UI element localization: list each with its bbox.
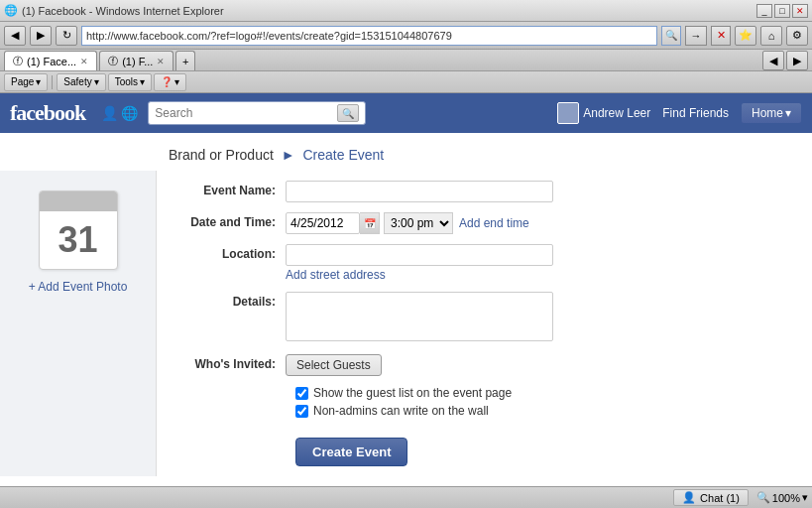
date-input[interactable] <box>286 212 360 234</box>
breadcrumb-arrow: ► <box>282 147 295 163</box>
go-button[interactable]: → <box>685 26 707 46</box>
fb-icon-group: 👤 🌐 <box>101 105 138 121</box>
non-admins-row: Non-admins can write on the wall <box>295 404 792 418</box>
toolbar-safety-menu[interactable]: Safety ▾ <box>57 73 105 91</box>
user-name[interactable]: Andrew Leer <box>583 106 650 120</box>
url-bar[interactable]: http://www.facebook.com/?ref=logo#!/even… <box>81 26 657 46</box>
details-row: Details: <box>176 292 792 344</box>
title-bar: 🌐 (1) Facebook - Windows Internet Explor… <box>0 0 812 22</box>
date-time-control: 📅 3:00 pm 3:30 pm 4:00 pm Add end time <box>286 212 792 234</box>
facebook-header: facebook 👤 🌐 🔍 Andrew Leer Find Friends … <box>0 93 812 133</box>
chat-button[interactable]: 👤 Chat (1) <box>673 489 749 506</box>
restore-button[interactable]: □ <box>774 4 790 18</box>
location-input[interactable] <box>286 244 553 266</box>
zoom-area: 🔍 100% ▾ <box>756 491 808 504</box>
tab-nav-left[interactable]: ◀ <box>762 51 784 70</box>
settings-button[interactable]: ⚙ <box>786 26 808 46</box>
search-bar[interactable]: 🔍 <box>148 101 366 125</box>
details-control <box>286 292 792 344</box>
page-content: Brand or Product ► Create Event 31 + Add… <box>0 133 812 508</box>
non-admins-checkbox[interactable] <box>295 405 308 418</box>
favorites-button[interactable]: ⭐ <box>735 26 756 46</box>
tab-1-label: (1) Face... <box>27 56 76 67</box>
zoom-icon: 🔍 <box>756 491 770 504</box>
location-control: Add street address <box>286 244 792 282</box>
stop-button[interactable]: ✕ <box>711 26 731 46</box>
minimize-button[interactable]: _ <box>756 4 772 18</box>
chat-icon: 👤 <box>682 491 696 504</box>
location-row: Location: Add street address <box>176 244 792 282</box>
address-bar: ◀ ▶ ↻ http://www.facebook.com/?ref=logo#… <box>0 22 812 50</box>
tab-1[interactable]: ⓕ (1) Face... ✕ <box>4 51 97 70</box>
home-button[interactable]: Home ▾ <box>741 102 802 124</box>
create-event-button[interactable]: Create Event <box>295 438 407 466</box>
tab-2[interactable]: ⓕ (1) F... ✕ <box>99 51 174 70</box>
checkboxes-area: Show the guest list on the event page No… <box>295 386 792 418</box>
window-title: (1) Facebook - Windows Internet Explorer <box>22 5 224 17</box>
home-chevron-icon: ▾ <box>785 106 791 120</box>
home-button[interactable]: ⌂ <box>760 26 782 46</box>
details-textarea[interactable] <box>286 292 553 341</box>
date-time-label: Date and Time: <box>176 212 286 229</box>
event-name-input[interactable] <box>286 181 553 202</box>
facebook-logo[interactable]: facebook <box>10 100 85 126</box>
fb-friend-icon[interactable]: 👤 <box>101 105 118 121</box>
toolbar-help-menu[interactable]: ❓ ▾ <box>154 73 186 91</box>
fb-globe-icon[interactable]: 🌐 <box>121 105 138 121</box>
show-guest-list-row: Show the guest list on the event page <box>295 386 792 400</box>
show-guest-list-checkbox[interactable] <box>295 387 308 400</box>
main-area: 31 + Add Event Photo Event Name: Date an… <box>0 171 812 496</box>
back-button[interactable]: ◀ <box>4 26 26 46</box>
select-guests-button[interactable]: Select Guests <box>286 354 382 376</box>
form-area: Event Name: Date and Time: 📅 3:00 pm 3:3… <box>157 171 812 476</box>
search-button[interactable]: 🔍 <box>337 104 359 122</box>
breadcrumb-parent[interactable]: Brand or Product <box>169 147 274 163</box>
whos-invited-row: Who's Invited: Select Guests <box>176 354 792 376</box>
event-name-label: Event Name: <box>176 181 286 197</box>
show-guest-list-label: Show the guest list on the event page <box>313 386 512 400</box>
close-button[interactable]: ✕ <box>792 4 808 18</box>
date-picker-icon[interactable]: 📅 <box>360 212 380 234</box>
user-area[interactable]: Andrew Leer <box>557 102 650 124</box>
home-label: Home <box>752 106 783 120</box>
location-label: Location: <box>176 244 286 261</box>
add-end-time-link[interactable]: Add end time <box>459 216 529 230</box>
toolbar-sep-1 <box>52 75 53 89</box>
add-photo-link[interactable]: + Add Event Photo <box>29 280 128 294</box>
calendar-icon: 31 <box>39 190 118 270</box>
left-panel: 31 + Add Event Photo <box>0 171 157 476</box>
tab-2-label: (1) F... <box>122 56 153 67</box>
time-select[interactable]: 3:00 pm 3:30 pm 4:00 pm <box>384 212 453 234</box>
browser-icon: 🌐 <box>4 4 18 17</box>
tab-2-close[interactable]: ✕ <box>157 57 165 66</box>
search-input[interactable] <box>155 106 333 120</box>
status-bar: 👤 Chat (1) 🔍 100% ▾ <box>0 486 812 508</box>
whos-invited-control: Select Guests <box>286 354 792 376</box>
header-nav: Andrew Leer Find Friends Home ▾ <box>557 102 802 124</box>
tab-nav-right[interactable]: ▶ <box>786 51 808 70</box>
toolbar-page-menu[interactable]: Page ▾ <box>4 73 48 91</box>
tab-2-favicon: ⓕ <box>108 55 118 68</box>
add-street-link[interactable]: Add street address <box>286 268 792 282</box>
tab-1-close[interactable]: ✕ <box>80 57 88 66</box>
zoom-label: 100% <box>772 492 800 504</box>
event-name-row: Event Name: <box>176 181 792 202</box>
toolbar-tools-menu[interactable]: Tools ▾ <box>108 73 152 91</box>
event-name-control <box>286 181 792 202</box>
zoom-chevron-icon[interactable]: ▾ <box>802 491 808 504</box>
calendar-header <box>40 191 117 211</box>
url-text: http://www.facebook.com/?ref=logo#!/even… <box>86 30 452 42</box>
tab-1-favicon: ⓕ <box>13 55 23 68</box>
chat-label: Chat (1) <box>700 492 740 504</box>
toolbar-bar: Page ▾ Safety ▾ Tools ▾ ❓ ▾ <box>0 71 812 93</box>
refresh-button[interactable]: ↻ <box>56 26 77 46</box>
new-tab-button[interactable]: + <box>175 51 195 70</box>
avatar <box>557 102 579 124</box>
forward-button[interactable]: ▶ <box>30 26 52 46</box>
breadcrumb: Brand or Product ► Create Event <box>0 133 812 171</box>
date-time-row: Date and Time: 📅 3:00 pm 3:30 pm 4:00 pm… <box>176 212 792 234</box>
url-search-icon[interactable]: 🔍 <box>661 26 681 46</box>
find-friends-link[interactable]: Find Friends <box>662 106 729 120</box>
non-admins-label: Non-admins can write on the wall <box>313 404 489 418</box>
create-button-area: Create Event <box>295 428 792 466</box>
